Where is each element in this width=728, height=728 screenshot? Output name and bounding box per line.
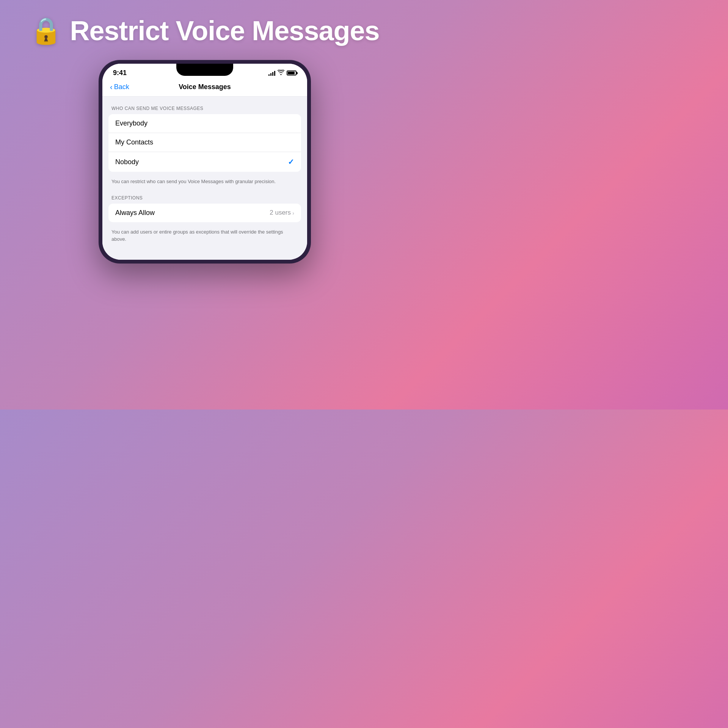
signal-icon — [268, 71, 275, 76]
nobody-row[interactable]: Nobody ✓ — [108, 152, 301, 172]
exceptions-group: Always Allow 2 users › — [108, 204, 301, 222]
nav-bar: ‹ Back Voice Messages — [102, 79, 307, 97]
back-chevron-icon: ‹ — [110, 83, 113, 91]
always-allow-row[interactable]: Always Allow 2 users › — [108, 204, 301, 222]
header-section: 🔒 Restrict Voice Messages — [30, 15, 379, 46]
my-contacts-row[interactable]: My Contacts — [108, 133, 301, 152]
phone-screen: 9:41 — [102, 64, 307, 260]
who-footer-text: You can restrict who can send you Voice … — [108, 176, 301, 193]
back-button[interactable]: ‹ Back — [110, 83, 129, 91]
nav-title: Voice Messages — [179, 83, 231, 91]
status-time: 9:41 — [113, 69, 127, 77]
wifi-icon — [278, 70, 284, 76]
exceptions-footer-text: You can add users or entire groups as ex… — [108, 226, 301, 251]
nobody-label: Nobody — [115, 158, 139, 166]
lock-icon: 🔒 — [30, 16, 62, 46]
my-contacts-label: My Contacts — [115, 138, 153, 146]
selected-checkmark: ✓ — [288, 157, 294, 166]
who-settings-group: Everybody My Contacts Nobody ✓ — [108, 114, 301, 172]
always-allow-value: 2 users — [270, 209, 291, 217]
exceptions-section-label: EXCEPTIONS — [108, 195, 301, 201]
everybody-row[interactable]: Everybody — [108, 114, 301, 133]
status-icons — [268, 70, 297, 76]
battery-icon — [287, 71, 297, 75]
status-bar: 9:41 — [102, 64, 307, 79]
always-allow-label: Always Allow — [115, 209, 155, 217]
back-label[interactable]: Back — [114, 83, 129, 91]
exceptions-section: EXCEPTIONS Always Allow 2 users › You ca… — [108, 195, 301, 251]
who-section-label: WHO CAN SEND ME VOICE MESSAGES — [108, 106, 301, 111]
everybody-label: Everybody — [115, 119, 147, 127]
page-title: Restrict Voice Messages — [70, 15, 379, 46]
always-allow-right: 2 users › — [270, 209, 294, 217]
notch — [176, 64, 233, 76]
phone-mockup: 9:41 — [99, 60, 311, 264]
content-area: WHO CAN SEND ME VOICE MESSAGES Everybody… — [102, 97, 307, 260]
chevron-right-icon: › — [292, 210, 294, 216]
